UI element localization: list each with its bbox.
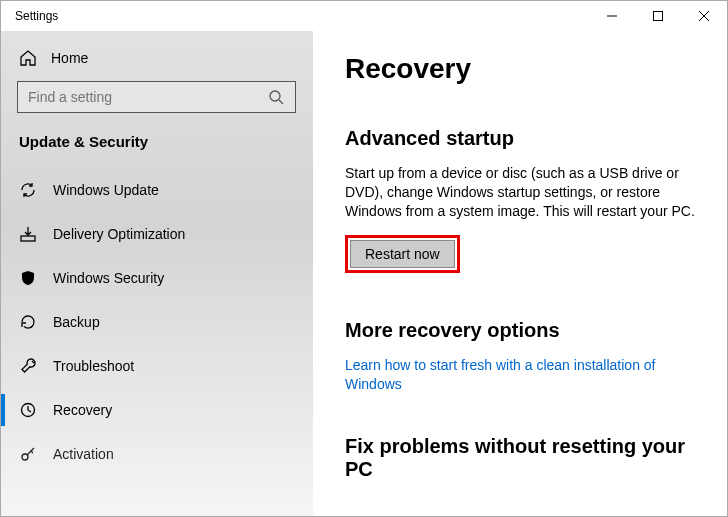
svg-point-4 bbox=[270, 91, 280, 101]
sidebar-item-label: Backup bbox=[53, 314, 100, 330]
more-recovery-heading: More recovery options bbox=[345, 319, 701, 342]
sidebar-item-windows-update[interactable]: Windows Update bbox=[17, 168, 296, 212]
advanced-startup-heading: Advanced startup bbox=[345, 127, 701, 150]
search-box[interactable] bbox=[17, 81, 296, 113]
title-bar: Settings bbox=[1, 1, 727, 31]
sidebar-item-label: Recovery bbox=[53, 402, 112, 418]
sidebar-item-label: Windows Update bbox=[53, 182, 159, 198]
backup-icon bbox=[19, 313, 37, 331]
key-icon bbox=[19, 445, 37, 463]
recovery-icon bbox=[19, 401, 37, 419]
search-icon bbox=[267, 88, 285, 106]
window-title: Settings bbox=[15, 9, 58, 23]
delivery-icon bbox=[19, 225, 37, 243]
sidebar-item-backup[interactable]: Backup bbox=[17, 300, 296, 344]
minimize-button[interactable] bbox=[589, 1, 635, 31]
close-button[interactable] bbox=[681, 1, 727, 31]
sidebar: Home Update & Security Windows Update De… bbox=[1, 31, 313, 516]
sidebar-item-troubleshoot[interactable]: Troubleshoot bbox=[17, 344, 296, 388]
sidebar-item-recovery[interactable]: Recovery bbox=[17, 388, 296, 432]
search-input[interactable] bbox=[28, 89, 267, 105]
highlight-box: Restart now bbox=[345, 235, 460, 273]
page-title: Recovery bbox=[345, 53, 701, 85]
start-fresh-link[interactable]: Learn how to start fresh with a clean in… bbox=[345, 356, 701, 395]
sidebar-item-label: Activation bbox=[53, 446, 114, 462]
fix-problems-heading: Fix problems without resetting your PC bbox=[345, 435, 701, 481]
sidebar-item-label: Windows Security bbox=[53, 270, 164, 286]
wrench-icon bbox=[19, 357, 37, 375]
shield-icon bbox=[19, 269, 37, 287]
sidebar-item-label: Delivery Optimization bbox=[53, 226, 185, 242]
sync-icon bbox=[19, 181, 37, 199]
home-link[interactable]: Home bbox=[17, 41, 296, 81]
svg-rect-1 bbox=[654, 12, 663, 21]
svg-rect-6 bbox=[21, 236, 35, 241]
advanced-startup-body: Start up from a device or disc (such as … bbox=[345, 164, 701, 221]
home-label: Home bbox=[51, 50, 88, 66]
home-icon bbox=[19, 49, 37, 67]
sidebar-item-delivery-optimization[interactable]: Delivery Optimization bbox=[17, 212, 296, 256]
maximize-button[interactable] bbox=[635, 1, 681, 31]
category-title: Update & Security bbox=[17, 133, 296, 150]
window-controls bbox=[589, 1, 727, 31]
svg-line-5 bbox=[279, 100, 283, 104]
sidebar-item-activation[interactable]: Activation bbox=[17, 432, 296, 476]
sidebar-item-label: Troubleshoot bbox=[53, 358, 134, 374]
restart-now-button[interactable]: Restart now bbox=[350, 240, 455, 268]
sidebar-item-windows-security[interactable]: Windows Security bbox=[17, 256, 296, 300]
content-area: Recovery Advanced startup Start up from … bbox=[313, 31, 727, 516]
